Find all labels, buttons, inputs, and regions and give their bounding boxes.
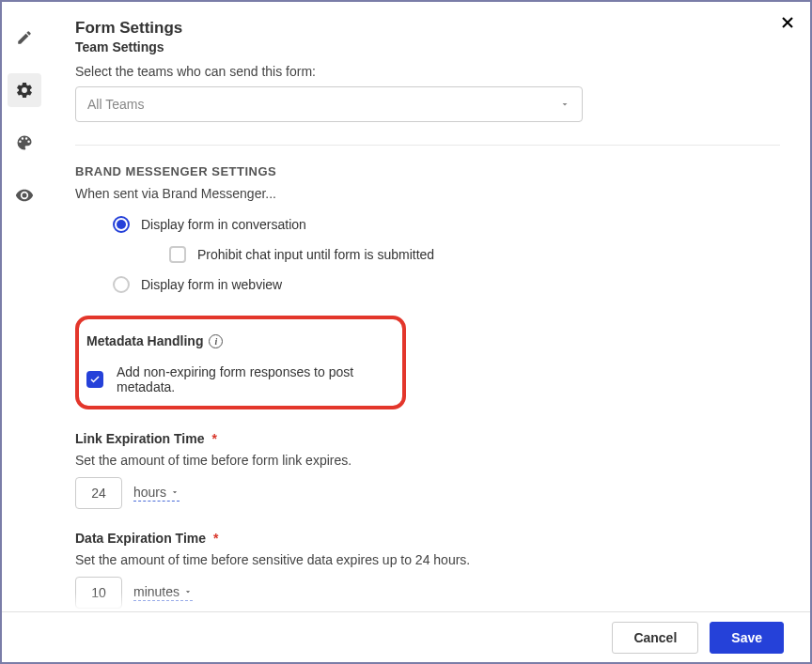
required-marker: * <box>213 531 218 546</box>
team-select[interactable]: All Teams <box>75 86 583 122</box>
sidebar-item-edit[interactable] <box>8 21 41 54</box>
radio-display-webview[interactable]: Display form in webview <box>113 276 780 293</box>
checkbox-icon <box>169 246 186 263</box>
brand-section-header: BRAND MESSENGER SETTINGS <box>75 164 780 178</box>
checkbox-icon <box>86 371 103 388</box>
sidebar-item-theme[interactable] <box>8 126 41 160</box>
data-exp-unit-select[interactable]: minutes <box>133 584 193 601</box>
caret-down-icon <box>183 587 193 596</box>
sidebar-item-settings[interactable] <box>8 73 41 107</box>
link-exp-label: Link Expiration Time <box>75 431 204 446</box>
unit-label: hours <box>133 485 166 500</box>
gear-icon <box>15 81 34 100</box>
page-title: Form Settings <box>75 19 780 38</box>
info-icon[interactable]: i <box>209 334 223 348</box>
close-button[interactable] <box>778 13 797 36</box>
palette-icon <box>15 133 34 152</box>
required-marker: * <box>211 431 216 446</box>
radio-label: Display form in webview <box>141 277 282 292</box>
close-icon <box>778 13 797 32</box>
radio-icon <box>113 216 130 233</box>
radio-display-conversation[interactable]: Display form in conversation <box>113 216 780 233</box>
sidebar-item-preview[interactable] <box>8 178 41 212</box>
save-button[interactable]: Save <box>710 622 784 654</box>
data-exp-label: Data Expiration Time <box>75 531 206 546</box>
metadata-label: Metadata Handling <box>86 333 203 348</box>
metadata-highlight: Metadata Handling i Add non-expiring for… <box>75 316 406 409</box>
footer: Cancel Save <box>2 611 810 662</box>
checkbox-label: Add non-expiring form responses to post … <box>117 364 387 394</box>
caret-down-icon <box>559 99 570 110</box>
pencil-icon <box>16 29 33 46</box>
page-subtitle: Team Settings <box>75 39 780 54</box>
data-exp-desc: Set the amount of time before sensitive … <box>75 552 780 567</box>
link-exp-unit-select[interactable]: hours <box>133 485 180 502</box>
checkbox-prohibit-input[interactable]: Prohibit chat input until form is submit… <box>169 246 780 263</box>
link-exp-input[interactable] <box>75 477 122 509</box>
unit-label: minutes <box>133 584 180 599</box>
team-select-value: All Teams <box>87 97 144 112</box>
radio-label: Display form in conversation <box>141 217 306 232</box>
brand-section-desc: When sent via Brand Messenger... <box>75 186 780 201</box>
link-exp-desc: Set the amount of time before form link … <box>75 453 780 468</box>
eye-icon <box>15 186 34 205</box>
checkbox-label: Prohibit chat input until form is submit… <box>197 247 434 262</box>
data-exp-input[interactable] <box>75 577 122 609</box>
caret-down-icon <box>170 487 180 497</box>
team-select-label: Select the teams who can send this form: <box>75 64 780 79</box>
radio-icon <box>113 276 130 293</box>
divider <box>75 145 780 146</box>
checkbox-metadata[interactable]: Add non-expiring form responses to post … <box>86 364 387 394</box>
cancel-button[interactable]: Cancel <box>612 622 698 654</box>
